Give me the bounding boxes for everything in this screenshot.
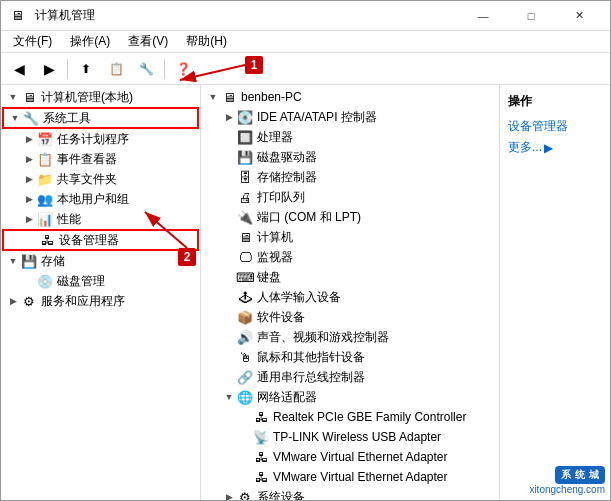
ide-arrow: ▶ [221,109,237,125]
mid-root-icon: 🖥 [221,89,237,105]
tree-dev-mgr[interactable]: 🖧 设备管理器 [3,230,198,250]
action-dev-mgr[interactable]: 设备管理器 [500,116,610,137]
menu-help[interactable]: 帮助(H) [178,32,235,52]
net-icon: 🌐 [237,389,253,405]
mid-cpu[interactable]: 🔲 处理器 [201,127,499,147]
minimize-button[interactable]: — [460,1,506,31]
toolbar-back[interactable]: ◀ [5,56,33,82]
watermark-logo-icon: 系 [561,468,571,482]
mid-computer[interactable]: 🖥 计算机 [201,227,499,247]
menu-view[interactable]: 查看(V) [120,32,176,52]
mouse-icon: 🖱 [237,349,253,365]
vmware2-icon: 🖧 [253,469,269,485]
action-more[interactable]: 更多... ▶ [500,137,610,158]
port-icon: 🔌 [237,209,253,225]
toolbar-help[interactable]: ❓ [169,56,197,82]
mid-port[interactable]: 🔌 端口 (COM 和 LPT) [201,207,499,227]
mid-storage-ctrl[interactable]: 🗄 存储控制器 [201,167,499,187]
mid-root[interactable]: ▼ 🖥 benben-PC [201,87,499,107]
tree-shared-folder[interactable]: ▶ 📁 共享文件夹 [1,169,200,189]
toolbar-separator-2 [164,59,165,79]
perf-label: 性能 [57,211,81,228]
vmware2-label: VMware Virtual Ethernet Adapter [273,470,448,484]
mid-monitor[interactable]: 🖵 监视器 [201,247,499,267]
tree-task-sched[interactable]: ▶ 📅 任务计划程序 [1,129,200,149]
mid-sound[interactable]: 🔊 声音、视频和游戏控制器 [201,327,499,347]
tree-sys-tools[interactable]: ▼ 🔧 系统工具 [3,108,198,128]
shared-label: 共享文件夹 [57,171,117,188]
title-controls: — □ ✕ [460,1,602,31]
tplink-icon: 📡 [253,429,269,445]
tree-event-viewer[interactable]: ▶ 📋 事件查看器 [1,149,200,169]
toolbar-settings[interactable]: 🔧 [132,56,160,82]
sys-dev-icon: ⚙ [237,489,253,500]
usb-icon: 🔗 [237,369,253,385]
title-left: 🖥 计算机管理 [9,7,95,24]
tree-disk-mgr[interactable]: 💿 磁盘管理 [1,271,200,291]
mid-usb[interactable]: 🔗 通用串行总线控制器 [201,367,499,387]
computer-label: 计算机 [257,229,293,246]
monitor-icon: 🖵 [237,249,253,265]
computer-icon: 🖥 [21,89,37,105]
mid-hid[interactable]: 🕹 人体学输入设备 [201,287,499,307]
close-button[interactable]: ✕ [556,1,602,31]
services-icon: ⚙ [21,293,37,309]
hid-icon: 🕹 [237,289,253,305]
perf-icon: 📊 [37,211,53,227]
title-bar: 🖥 计算机管理 — □ ✕ [1,1,610,31]
mid-root-arrow: ▼ [205,89,221,105]
menu-bar: 文件(F) 操作(A) 查看(V) 帮助(H) [1,31,610,53]
usb-label: 通用串行总线控制器 [257,369,365,386]
mid-sys-dev[interactable]: ▶ ⚙ 系统设备 [201,487,499,500]
maximize-button[interactable]: □ [508,1,554,31]
tree-root[interactable]: ▼ 🖥 计算机管理(本地) [1,87,200,107]
sc-label: 存储控制器 [257,169,317,186]
mid-print[interactable]: 🖨 打印队列 [201,187,499,207]
users-arrow: ▶ [21,191,37,207]
toolbar-up[interactable]: ⬆ [72,56,100,82]
mid-ide[interactable]: ▶ 💽 IDE ATA/ATAPI 控制器 [201,107,499,127]
mid-disk[interactable]: 💾 磁盘驱动器 [201,147,499,167]
mid-mouse[interactable]: 🖱 鼠标和其他指针设备 [201,347,499,367]
disk-icon: 💾 [237,149,253,165]
mid-keyboard[interactable]: ⌨ 键盘 [201,267,499,287]
right-panel: 操作 设备管理器 更多... ▶ [500,85,610,500]
mid-soft[interactable]: 📦 软件设备 [201,307,499,327]
toolbar-view[interactable]: 📋 [102,56,130,82]
toolbar-forward[interactable]: ▶ [35,56,63,82]
monitor-label: 监视器 [257,249,293,266]
menu-action[interactable]: 操作(A) [62,32,118,52]
task-sched-label: 任务计划程序 [57,131,129,148]
ide-icon: 💽 [237,109,253,125]
print-label: 打印队列 [257,189,305,206]
disk-label: 磁盘驱动器 [257,149,317,166]
tree-services[interactable]: ▶ ⚙ 服务和应用程序 [1,291,200,311]
sc-icon: 🗄 [237,169,253,185]
watermark-logo-text: 统 [575,468,585,482]
tree-storage[interactable]: ▼ 💾 存储 [1,251,200,271]
sound-label: 声音、视频和游戏控制器 [257,329,389,346]
hid-label: 人体学输入设备 [257,289,341,306]
dev-mgr-label: 设备管理器 [59,232,119,249]
more-arrow-icon: ▶ [544,141,553,155]
event-icon: 📋 [37,151,53,167]
task-sched-icon: 📅 [37,131,53,147]
tree-perf[interactable]: ▶ 📊 性能 [1,209,200,229]
tree-local-users[interactable]: ▶ 👥 本地用户和组 [1,189,200,209]
window-title: 计算机管理 [35,7,95,24]
mid-net[interactable]: ▼ 🌐 网络适配器 [201,387,499,407]
storage-label: 存储 [41,253,65,270]
keyboard-label: 键盘 [257,269,281,286]
print-icon: 🖨 [237,189,253,205]
services-label: 服务和应用程序 [41,293,125,310]
mid-vmware2[interactable]: 🖧 VMware Virtual Ethernet Adapter [201,467,499,487]
vmware1-label: VMware Virtual Ethernet Adapter [273,450,448,464]
watermark-logo-text2: 城 [589,468,599,482]
keyboard-icon: ⌨ [237,269,253,285]
shared-arrow: ▶ [21,171,37,187]
mid-realtek[interactable]: 🖧 Realtek PCIe GBE Family Controller [201,407,499,427]
mid-vmware1[interactable]: 🖧 VMware Virtual Ethernet Adapter [201,447,499,467]
vmware1-icon: 🖧 [253,449,269,465]
mid-tplink[interactable]: 📡 TP-LINK Wireless USB Adapter [201,427,499,447]
menu-file[interactable]: 文件(F) [5,32,60,52]
